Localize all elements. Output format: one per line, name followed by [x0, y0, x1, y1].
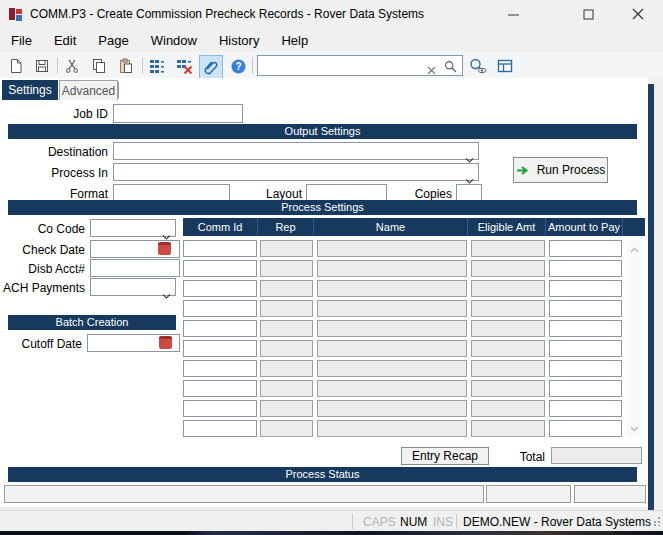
- menu-bar: File Edit Page Window History Help: [0, 28, 663, 52]
- grid-cell-rep: [260, 400, 313, 417]
- grid-cell-rep: [260, 380, 313, 397]
- grid-cell-eligible-amt: [471, 320, 545, 337]
- format-label: Format: [0, 187, 108, 201]
- chevron-down-icon: [162, 285, 171, 303]
- maximize-button[interactable]: [567, 0, 609, 28]
- attachments-button[interactable]: [199, 55, 223, 79]
- grid-cell-comm-id[interactable]: [183, 300, 257, 317]
- scroll-down-icon[interactable]: [627, 421, 642, 436]
- search-input[interactable]: [261, 57, 433, 74]
- grid-cell-amount-to-pay[interactable]: [549, 240, 622, 257]
- grid-column-filler: [623, 218, 645, 236]
- grid-cell-amount-to-pay[interactable]: [549, 300, 622, 317]
- grid-cell-amount-to-pay[interactable]: [549, 360, 622, 377]
- num-indicator: NUM: [400, 515, 427, 529]
- resize-grip[interactable]: [651, 512, 661, 530]
- help-icon[interactable]: ?: [228, 56, 248, 76]
- grid-cell-amount-to-pay[interactable]: [549, 260, 622, 277]
- grid-cell-rep: [260, 320, 313, 337]
- tab-settings[interactable]: Settings: [2, 80, 58, 100]
- grid-cell-amount-to-pay[interactable]: [549, 320, 622, 337]
- grid-cell-comm-id[interactable]: [183, 260, 257, 277]
- grid-cell-comm-id[interactable]: [183, 360, 257, 377]
- grid-column-rep[interactable]: Rep: [258, 218, 314, 236]
- destination-select[interactable]: [113, 142, 479, 160]
- statusbar-separator: [456, 514, 457, 529]
- process-in-select[interactable]: [113, 163, 479, 181]
- cut-icon[interactable]: [62, 56, 82, 76]
- grid-cell-comm-id[interactable]: [183, 400, 257, 417]
- grid-column-amount-to-pay[interactable]: Amount to Pay: [546, 218, 623, 236]
- new-document-icon[interactable]: [6, 56, 26, 76]
- grid-cell-amount-to-pay[interactable]: [549, 280, 622, 297]
- search-icon[interactable]: [444, 59, 457, 77]
- svg-text:?: ?: [235, 61, 241, 72]
- minimize-button[interactable]: [492, 0, 534, 28]
- grid-header: Comm Id Rep Name Eligible Amt Amount to …: [183, 218, 645, 236]
- desktop-background: [0, 531, 663, 535]
- grid-cell-amount-to-pay[interactable]: [549, 380, 622, 397]
- insert-rows-icon[interactable]: [147, 56, 167, 76]
- grid-cell-comm-id[interactable]: [183, 280, 257, 297]
- calendar-icon[interactable]: [158, 242, 171, 255]
- grid-column-eligible-amt[interactable]: Eligible Amt: [468, 218, 546, 236]
- calendar-icon[interactable]: [159, 336, 172, 349]
- menu-edit[interactable]: Edit: [43, 30, 87, 51]
- grid-row: [183, 320, 623, 337]
- toolbar-separator: [252, 57, 253, 74]
- grid-cell-rep: [260, 260, 313, 277]
- ach-payments-select[interactable]: [90, 278, 176, 296]
- session-info: DEMO.NEW - Rover Data Systems: [463, 515, 651, 529]
- advanced-find-icon[interactable]: [468, 56, 488, 76]
- menu-help[interactable]: Help: [270, 30, 319, 51]
- grid-cell-amount-to-pay[interactable]: [549, 420, 622, 437]
- menu-page[interactable]: Page: [87, 30, 139, 51]
- form-layout-icon[interactable]: [495, 56, 515, 76]
- grid-cell-name: [317, 360, 467, 377]
- grid-scrollbar[interactable]: [627, 240, 642, 438]
- title-bar[interactable]: COMM.P3 - Create Commission Precheck Rec…: [0, 0, 663, 28]
- save-icon[interactable]: [32, 56, 52, 76]
- statusbar-separator: [352, 514, 353, 529]
- close-button[interactable]: [617, 0, 659, 28]
- menu-history[interactable]: History: [208, 30, 270, 51]
- grid-cell-comm-id[interactable]: [183, 320, 257, 337]
- disb-acct-input[interactable]: [90, 259, 180, 277]
- grid-row: [183, 280, 623, 297]
- grid-cell-amount-to-pay[interactable]: [549, 340, 622, 357]
- layout-label: Layout: [230, 187, 302, 201]
- delete-rows-icon[interactable]: [174, 56, 194, 76]
- tab-advanced[interactable]: Advanced: [59, 80, 118, 100]
- check-date-label: Check Date: [0, 243, 85, 257]
- menu-window[interactable]: Window: [140, 30, 208, 51]
- app-icon: [8, 6, 24, 22]
- app-window: COMM.P3 - Create Commission Precheck Rec…: [0, 0, 663, 531]
- grid-row: [183, 300, 623, 317]
- grid-cell-comm-id[interactable]: [183, 420, 257, 437]
- co-code-label: Co Code: [0, 222, 85, 236]
- grid-row: [183, 260, 623, 277]
- grid-row: [183, 340, 623, 357]
- grid-row: [183, 240, 623, 257]
- scroll-up-icon[interactable]: [627, 242, 642, 257]
- grid-cell-comm-id[interactable]: [183, 240, 257, 257]
- process-settings-header: Process Settings: [8, 200, 637, 215]
- grid-column-comm-id[interactable]: Comm Id: [183, 218, 258, 236]
- grid-column-name[interactable]: Name: [314, 218, 468, 236]
- caps-indicator: CAPS: [363, 515, 396, 529]
- run-process-button[interactable]: Run Process: [513, 157, 608, 183]
- total-label: Total: [460, 450, 545, 464]
- grid-cell-comm-id[interactable]: [183, 380, 257, 397]
- paste-icon[interactable]: [116, 56, 136, 76]
- grid-cell-comm-id[interactable]: [183, 340, 257, 357]
- process-status-field-2: [486, 485, 571, 503]
- search-clear-icon[interactable]: [427, 61, 436, 79]
- co-code-select[interactable]: [90, 219, 176, 237]
- grid-cell-eligible-amt: [471, 340, 545, 357]
- batch-creation-header: Batch Creation: [8, 315, 176, 330]
- grid-cell-name: [317, 340, 467, 357]
- copy-icon[interactable]: [89, 56, 109, 76]
- grid-cell-amount-to-pay[interactable]: [549, 400, 622, 417]
- menu-file[interactable]: File: [0, 30, 43, 51]
- job-id-input[interactable]: [113, 104, 243, 123]
